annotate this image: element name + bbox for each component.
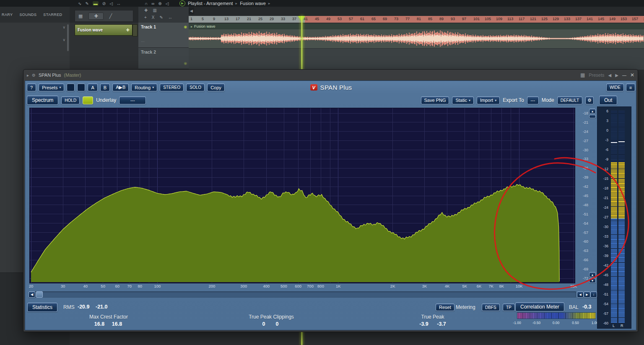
timeline-ruler[interactable]: 1591317212529333741454953576165697377818… [189,16,644,23]
paint-tool-icon[interactable]: ▬ [93,1,99,6]
track-header-1[interactable]: Track 1 … ◉ [138,23,189,48]
pattern-chip[interactable]: Fusion wave ✚ [75,24,132,36]
db-tick-label: -60 [583,239,588,244]
delete-tool-icon[interactable]: ⊘ [102,1,106,6]
stretch-icon[interactable]: ↔ [168,15,172,20]
rms-value-r: -21.0 [96,304,108,310]
wide-button[interactable]: WIDE [606,83,624,91]
track-2-lane[interactable] [189,48,644,70]
tab-spectrum[interactable]: Spectrum [27,96,58,105]
freq-tick-label: 30 [61,284,65,288]
static-button[interactable]: Static▾ [452,96,474,104]
import-button[interactable]: Import▾ [477,96,500,104]
draw-tool-icon[interactable]: ✎ [85,1,88,6]
mode-button[interactable]: DEFAULT [557,96,582,104]
track-options-icon[interactable]: … [141,39,186,43]
plugin-gear-icon[interactable]: ⚙ [32,73,36,78]
move-icon[interactable]: ✚ [144,8,148,13]
menu-button[interactable]: ≡ [626,83,635,91]
zoom-updown-button[interactable]: ↕ [590,291,597,298]
pattern-toolbar: ▦✚╱ [75,10,133,22]
scrollbar-handle[interactable] [36,291,43,298]
track-header-2[interactable]: Track 2 ◉ [138,48,189,69]
audio-clip-waveform[interactable] [189,29,644,48]
audio-clip-header[interactable]: ▸ Fusion wave [189,23,644,29]
dbfs-button[interactable]: DBFS [482,303,500,311]
tab-statistics[interactable]: Statistics [27,303,57,312]
collapse-icon[interactable]: ∨ [62,25,65,29]
underlay-color-swatch[interactable] [83,96,93,104]
db-tick-label: -42 [583,184,588,189]
session-a-button[interactable]: A [88,83,97,91]
magnet-icon[interactable]: ∩ [145,1,148,6]
pencil-icon[interactable]: ✎ [160,15,163,20]
help-button[interactable]: ? [27,83,36,91]
breadcrumb-playlist[interactable]: Playlist - Arrangement [188,1,233,6]
timeline-scroll-left[interactable]: ◀ [189,8,194,14]
slide-icon[interactable]: ╱ [109,13,112,19]
scale-up-button[interactable]: ▲ [589,109,596,114]
hold-button[interactable]: HOLD [61,96,80,104]
a-to-b-button[interactable]: A▶B [112,83,129,91]
panel-icon[interactable]: ▥ [153,8,156,13]
db-tick-label: -48 [583,203,588,207]
plugin-titlebar[interactable]: ▸ ⚙ SPAN Plus (Master) ▦ Presets ◀ ▶ — ✕ [23,70,638,80]
pan-left-button[interactable]: ◀ [577,291,584,298]
save-png-button[interactable]: Save PNG [421,96,449,104]
mode-gear-button[interactable]: ⚙ [585,96,594,104]
freq-tick-label: 8K [499,284,504,288]
spectrum-scrollbar[interactable]: ◀ [29,291,576,298]
browser-tab-sounds[interactable]: SOUNDS [19,13,36,17]
meter-scale-label: -27 [597,215,608,219]
chevron-right-icon: ▸ [268,1,270,5]
track-enable-icon[interactable]: ◉ [184,25,187,29]
timeline-bar-number: 53 [338,17,342,21]
tab-out[interactable]: Out [599,96,617,105]
spectrum-display[interactable] [30,108,575,283]
pan-right-button[interactable]: ▶ [584,291,590,298]
timeline-bar-number: 101 [473,17,480,21]
voxengo-logo-icon: V [310,84,317,91]
tp-button[interactable]: TP [503,303,515,311]
underlay-select-button[interactable]: --- [119,96,146,104]
pattern-chip-handle[interactable] [132,24,138,36]
delete-icon[interactable]: X [152,15,155,20]
move-button[interactable]: ✚ [88,13,103,20]
presets-button[interactable]: Presets▾ [39,83,64,91]
range-up-button[interactable]: ▲ [589,272,596,277]
stereo-button[interactable]: STEREO [160,83,184,91]
close-icon[interactable]: ✕ [630,72,634,78]
solo-button[interactable]: SOLO [186,83,205,91]
next-preset-icon[interactable]: ▶ [615,73,618,78]
slide-tool-icon[interactable]: ↔ [117,1,121,6]
grid-icon[interactable]: ▦ [78,13,83,19]
copy-button[interactable]: Copy [207,83,225,91]
tab-correlation-meter[interactable]: Correlation Meter [515,302,564,311]
export-to-button[interactable]: --- [527,96,539,104]
scale-handle-button[interactable] [589,114,596,118]
prev-preset-icon[interactable]: ◀ [608,73,612,78]
mute-tool-icon[interactable]: ◁ [109,1,113,6]
reset-button[interactable]: Reset [436,303,454,311]
collapse-arrow-icon[interactable]: ▸ [27,73,29,78]
range-down-button[interactable]: ▼ [589,278,596,283]
browser-tab-starred[interactable]: STARRED [43,13,62,17]
speaker-icon[interactable]: ◁ [166,1,169,6]
collapse-icon[interactable]: ∨ [62,38,65,42]
link-icon[interactable]: ∞ [151,1,154,6]
session-b-button[interactable]: B [100,83,110,91]
color-swatch-b[interactable] [77,83,85,91]
track-enable-icon[interactable]: ◉ [184,61,187,65]
routing-button[interactable]: Routing▾ [131,83,157,91]
browser-scrollbar[interactable] [67,24,69,51]
browser-tab-rary[interactable]: RARY [2,13,13,17]
scroll-left-button[interactable]: ◀ [29,291,35,298]
slip-tool-icon[interactable]: ∿ [78,1,81,6]
breadcrumb-pattern[interactable]: Fusion wave [240,1,266,6]
add-icon[interactable]: + [144,15,147,20]
meter-scale-label: -12 [597,167,608,171]
preset-grid-icon[interactable]: ▦ [580,72,585,78]
minimize-icon[interactable]: — [622,73,626,78]
zoom-icon[interactable]: ⊕ [158,1,161,6]
color-swatch-a[interactable] [67,83,75,91]
